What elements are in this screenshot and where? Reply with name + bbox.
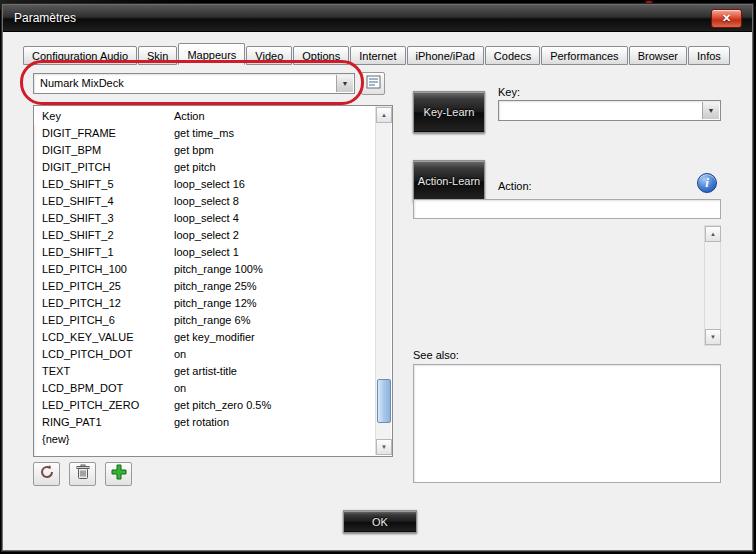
trash-icon [76, 464, 90, 484]
info-icon[interactable]: i [697, 173, 717, 193]
mapping-list: Key Action DIGIT_FRAMEget time_msDIGIT_B… [33, 105, 393, 457]
cell-key: DIGIT_PITCH [42, 161, 110, 173]
cell-key: LED_PITCH_ZERO [42, 399, 139, 411]
action-learn-button[interactable]: Action-Learn [413, 160, 485, 202]
tab-performances[interactable]: Performances [541, 46, 627, 65]
cell-key: LCD_PITCH_DOT [42, 348, 132, 360]
close-icon: ✕ [722, 12, 731, 24]
description-scrollbar: ▲ ▼ [704, 225, 721, 346]
tab-iphone-ipad[interactable]: iPhone/iPad [407, 46, 484, 65]
chevron-down-icon[interactable]: ▼ [702, 102, 719, 119]
mapping-row[interactable]: TEXTget artist-title [34, 363, 375, 380]
title-bar: Paramètres ✕ [3, 5, 752, 32]
cell-action: loop_select 4 [174, 212, 239, 224]
mapping-row[interactable]: DIGIT_FRAMEget time_ms [34, 125, 375, 142]
action-label: Action: [498, 180, 532, 192]
cell-action: get key_modifier [174, 331, 255, 343]
mapping-row[interactable]: LCD_PITCH_DOTon [34, 346, 375, 363]
see-also-label: See also: [413, 349, 459, 361]
cell-key: LED_PITCH_12 [42, 297, 121, 309]
scroll-down-icon[interactable]: ▼ [705, 329, 721, 345]
cell-action: get rotation [174, 416, 229, 428]
edit-mapper-button[interactable] [361, 72, 385, 95]
mapping-list-header: Key Action [34, 106, 375, 125]
tab-configuration-audio[interactable]: Configuration Audio [23, 46, 137, 65]
mapping-row[interactable]: LED_SHIFT_2loop_select 2 [34, 227, 375, 244]
tab-video[interactable]: Video [246, 46, 292, 65]
cell-action: get pitch [174, 161, 216, 173]
tab-internet[interactable]: Internet [350, 46, 405, 65]
reload-mapping-button[interactable] [33, 462, 60, 486]
mapping-row[interactable]: LED_PITCH_100pitch_range 100% [34, 261, 375, 278]
mapping-row[interactable]: LED_PITCH_25pitch_range 25% [34, 278, 375, 295]
cell-key: DIGIT_FRAME [42, 127, 116, 139]
cell-action: pitch_range 12% [174, 297, 257, 309]
scroll-up-icon[interactable]: ▲ [705, 226, 721, 242]
tab-browser[interactable]: Browser [629, 46, 687, 65]
cell-action: get artist-title [174, 365, 237, 377]
mapping-row[interactable]: LED_PITCH_ZEROget pitch_zero 0.5% [34, 397, 375, 414]
mapping-row[interactable]: LCD_KEY_VALUEget key_modifier [34, 329, 375, 346]
cell-key: LED_SHIFT_3 [42, 212, 114, 224]
cell-key: {new} [42, 433, 70, 445]
tab-strip: Configuration AudioSkinMappeursVideoOpti… [23, 43, 731, 65]
cell-key: LED_PITCH_100 [42, 263, 127, 275]
mapping-row[interactable]: LED_PITCH_12pitch_range 12% [34, 295, 375, 312]
cell-action: on [174, 348, 186, 360]
scrollbar-thumb[interactable] [377, 379, 391, 423]
cell-action: loop_select 1 [174, 246, 239, 258]
close-button[interactable]: ✕ [711, 9, 742, 28]
scroll-up-icon[interactable]: ▲ [376, 107, 392, 123]
list-scrollbar: ▲ ▼ [375, 107, 391, 455]
mapping-row[interactable]: LED_SHIFT_5loop_select 16 [34, 176, 375, 193]
mapping-row[interactable]: LED_SHIFT_1loop_select 1 [34, 244, 375, 261]
cell-key: LED_SHIFT_5 [42, 178, 114, 190]
ok-button[interactable]: OK [343, 510, 417, 533]
cell-key: LCD_BPM_DOT [42, 382, 123, 394]
cell-action: pitch_range 25% [174, 280, 257, 292]
mapping-row[interactable]: DIGIT_BPMget bpm [34, 142, 375, 159]
tab-codecs[interactable]: Codecs [485, 46, 540, 65]
chevron-down-icon[interactable]: ▼ [336, 75, 353, 92]
mapping-row[interactable]: {new} [34, 431, 375, 448]
mapping-row[interactable]: LED_SHIFT_4loop_select 8 [34, 193, 375, 210]
mapping-row[interactable]: DIGIT_PITCHget pitch [34, 159, 375, 176]
list-icon [366, 75, 381, 93]
key-combobox[interactable]: ▼ [498, 100, 721, 121]
settings-dialog: Paramètres ✕ Configuration AudioSkinMapp… [2, 4, 753, 551]
cell-key: LCD_KEY_VALUE [42, 331, 134, 343]
plus-icon [111, 464, 127, 484]
cell-action: loop_select 2 [174, 229, 239, 241]
add-mapping-button[interactable] [105, 462, 132, 486]
tab-skin[interactable]: Skin [138, 46, 177, 65]
scroll-down-icon[interactable]: ▼ [376, 439, 392, 455]
cell-key: LED_SHIFT_1 [42, 246, 114, 258]
cell-action: on [174, 382, 186, 394]
cell-key: LED_SHIFT_4 [42, 195, 114, 207]
device-selected-value: Numark MixDeck [40, 77, 124, 89]
tab-mappeurs[interactable]: Mappeurs [178, 43, 245, 65]
cell-key: LED_PITCH_25 [42, 280, 121, 292]
mapping-row[interactable]: LED_PITCH_6pitch_range 6% [34, 312, 375, 329]
key-label: Key: [498, 86, 520, 98]
cell-action: loop_select 8 [174, 195, 239, 207]
cell-key: TEXT [42, 365, 70, 377]
delete-mapping-button[interactable] [69, 462, 96, 486]
mapping-row[interactable]: LCD_BPM_DOTon [34, 380, 375, 397]
key-learn-button[interactable]: Key-Learn [413, 91, 485, 133]
mapping-row[interactable]: RING_PAT1get rotation [34, 414, 375, 431]
window-title: Paramètres [14, 11, 76, 25]
device-combobox[interactable]: Numark MixDeck ▼ [33, 73, 355, 94]
mapping-row[interactable]: LED_SHIFT_3loop_select 4 [34, 210, 375, 227]
cell-action: pitch_range 6% [174, 314, 250, 326]
cell-key: LED_PITCH_6 [42, 314, 115, 326]
column-header-key: Key [42, 110, 61, 122]
tab-options[interactable]: Options [293, 46, 349, 65]
cell-action: pitch_range 100% [174, 263, 263, 275]
tab-infos[interactable]: Infos [688, 46, 730, 65]
cell-key: DIGIT_BPM [42, 144, 101, 156]
cell-action: get pitch_zero 0.5% [174, 399, 271, 411]
cell-key: RING_PAT1 [42, 416, 102, 428]
action-input[interactable] [413, 199, 721, 219]
see-also-listbox[interactable] [413, 364, 721, 483]
